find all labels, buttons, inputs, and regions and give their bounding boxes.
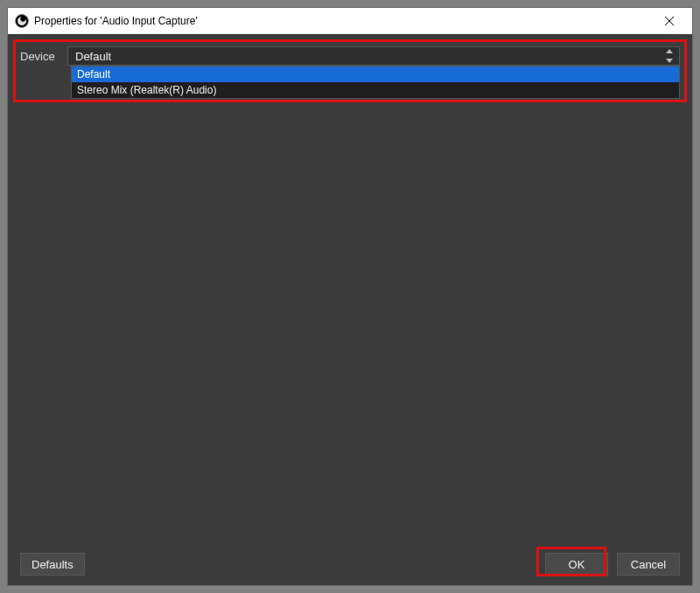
- obs-app-icon: [15, 14, 29, 28]
- ok-button[interactable]: OK: [545, 553, 608, 576]
- dialog-body: Device Default Default Stereo Mix (Realt…: [8, 34, 692, 585]
- device-option[interactable]: Default: [72, 66, 679, 82]
- device-select[interactable]: Default: [67, 46, 680, 66]
- screenshot-frame: Properties for 'Audio Input Capture' Dev…: [0, 0, 700, 593]
- close-button[interactable]: [650, 9, 689, 33]
- device-option[interactable]: Stereo Mix (Realtek(R) Audio): [72, 82, 679, 98]
- device-dropdown[interactable]: Default Stereo Mix (Realtek(R) Audio): [71, 66, 680, 99]
- dialog-footer: Defaults OK Cancel: [8, 543, 692, 585]
- chevron-updown-icon: [665, 49, 674, 63]
- window-title: Properties for 'Audio Input Capture': [34, 15, 650, 27]
- cancel-button[interactable]: Cancel: [617, 553, 680, 576]
- defaults-button[interactable]: Defaults: [20, 553, 85, 576]
- svg-marker-4: [666, 59, 673, 63]
- titlebar: Properties for 'Audio Input Capture': [8, 8, 692, 34]
- svg-point-0: [16, 15, 29, 28]
- device-row: Device Default: [20, 46, 680, 66]
- content-area: Device Default Default Stereo Mix (Realt…: [8, 34, 692, 543]
- device-selected-value: Default: [75, 50, 111, 63]
- dialog-window: Properties for 'Audio Input Capture' Dev…: [7, 7, 693, 586]
- device-label: Device: [20, 50, 60, 63]
- close-icon: [665, 17, 674, 25]
- svg-marker-3: [666, 49, 673, 53]
